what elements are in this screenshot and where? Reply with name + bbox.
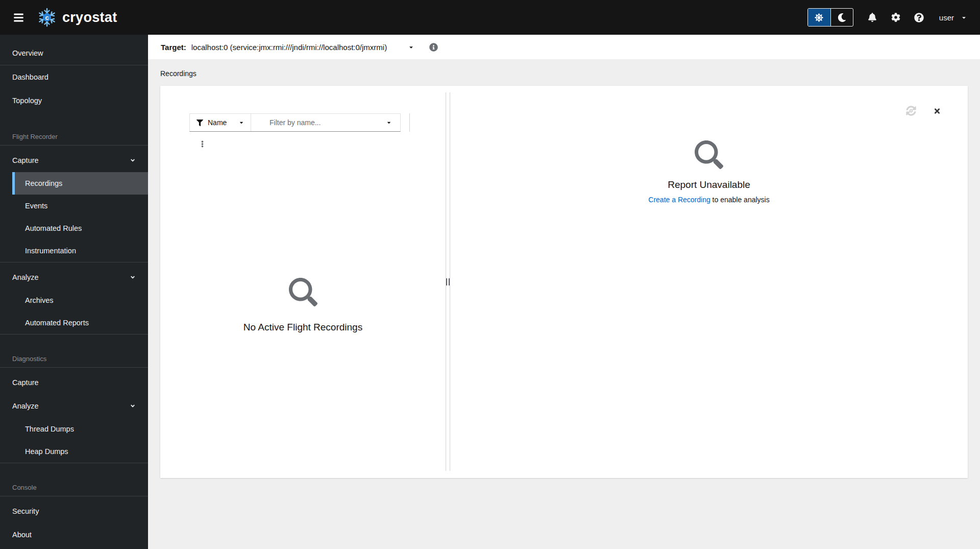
recordings-toolbar: Name (189, 113, 446, 132)
caret-down-icon (408, 44, 414, 50)
recordings-pane: Name (160, 92, 446, 471)
masthead-toolbar: user (807, 6, 967, 29)
report-empty-state: Report Unavailable Create a Recording to… (450, 140, 968, 204)
gear-icon (891, 13, 900, 22)
toolbar-kebab-button[interactable] (196, 137, 208, 151)
chevron-down-icon (130, 403, 136, 409)
nav-divider (0, 367, 148, 368)
bell-icon (868, 13, 877, 22)
chevron-down-icon (130, 157, 136, 163)
close-panel-button[interactable] (933, 106, 942, 116)
sidebar-item-label: Analyze (12, 273, 39, 281)
kebab-icon (201, 139, 204, 149)
nav-divider (0, 262, 148, 262)
nav-divider (0, 463, 148, 463)
sidebar-item-events[interactable]: Events (12, 195, 148, 217)
sun-icon (815, 13, 823, 22)
light-theme-button[interactable] (808, 9, 830, 26)
sidebar-item-capture-diagnostics[interactable]: Capture (0, 371, 148, 394)
snowflake-logo-icon: c (37, 7, 57, 28)
nav-divider (0, 145, 148, 146)
brand-logo[interactable]: c cryostat (37, 7, 117, 28)
nav-divider (0, 496, 148, 496)
create-recording-link[interactable]: Create a Recording (648, 196, 710, 204)
report-empty-subtitle: Create a Recording to enable analysis (648, 196, 769, 204)
question-circle-icon (914, 13, 924, 22)
notifications-button[interactable] (861, 6, 884, 29)
target-info-button[interactable] (429, 43, 438, 52)
sidebar-item-archives[interactable]: Archives (12, 289, 148, 312)
sidebar-item-capture[interactable]: Capture (0, 149, 148, 172)
sidebar-section-console: Console (0, 479, 148, 496)
close-icon (934, 107, 941, 115)
sidebar-item-analyze[interactable]: Analyze (0, 266, 148, 289)
filter-typeahead-toggle[interactable] (383, 119, 400, 127)
sidebar-item-automated-rules[interactable]: Automated Rules (12, 217, 148, 240)
sidebar-item-about[interactable]: About (0, 523, 148, 546)
dark-theme-button[interactable] (830, 9, 853, 26)
caret-down-icon (386, 120, 391, 125)
sidebar-item-security[interactable]: Security (0, 499, 148, 523)
svg-text:c: c (45, 14, 48, 21)
sidebar-section-flight-recorder: Flight Recorder (0, 128, 148, 145)
toolbar-divider (409, 113, 410, 132)
report-panel-actions (450, 105, 942, 117)
report-panel: Report Unavailable Create a Recording to… (450, 92, 968, 471)
filter-funnel-icon (197, 120, 203, 126)
hamburger-icon (13, 12, 24, 23)
nav-divider (0, 334, 148, 335)
recordings-empty-title: No Active Flight Recordings (243, 322, 362, 333)
moon-icon (838, 13, 846, 22)
caret-down-icon (961, 15, 967, 20)
sidebar-item-automated-reports[interactable]: Automated Reports (12, 312, 148, 334)
masthead: c cryostat user (0, 0, 980, 35)
breadcrumb: Recordings (160, 69, 968, 79)
refresh-report-button[interactable] (905, 105, 917, 117)
theme-toggle-group (807, 8, 853, 27)
sidebar-item-topology[interactable]: Topology (0, 89, 148, 112)
splitter-grip-icon (446, 278, 450, 285)
refresh-gear-icon (906, 106, 916, 116)
filter-group: Name (189, 113, 401, 132)
main-content: Recordings Name (148, 59, 980, 549)
sidebar-item-dashboard[interactable]: Dashboard (0, 65, 148, 89)
chevron-down-icon (130, 274, 136, 280)
target-bar: Target: localhost:0 (service:jmx:rmi:///… (148, 35, 980, 59)
target-label: Target: (161, 43, 186, 52)
sidebar-nav: Overview Dashboard Topology Flight Recor… (0, 35, 148, 549)
user-name: user (939, 13, 954, 22)
breadcrumb-current: Recordings (160, 69, 197, 78)
report-empty-title: Report Unavailable (668, 179, 750, 190)
target-select[interactable]: localhost:0 (service:jmx:rmi:///jndi/rmi… (191, 43, 414, 52)
sidebar-item-label: Capture (12, 156, 39, 164)
sidebar-item-analyze-diagnostics[interactable]: Analyze (0, 394, 148, 418)
drawer-splitter[interactable] (446, 92, 450, 471)
filter-by-name-input[interactable] (251, 118, 383, 127)
filter-typeahead (251, 114, 400, 131)
search-icon (695, 140, 723, 169)
nav-toggle-button[interactable] (7, 6, 30, 29)
info-circle-icon (429, 43, 438, 52)
target-value: localhost:0 (service:jmx:rmi:///jndi/rmi… (191, 43, 387, 52)
sidebar-item-heap-dumps[interactable]: Heap Dumps (12, 440, 148, 463)
sidebar-section-diagnostics: Diagnostics (0, 350, 148, 367)
sidebar-item-recordings[interactable]: Recordings (12, 172, 148, 195)
help-button[interactable] (908, 6, 931, 29)
filter-category-select[interactable]: Name (190, 114, 251, 131)
caret-down-icon (239, 120, 244, 125)
search-icon (289, 278, 317, 306)
filter-category-label: Name (208, 118, 227, 127)
recordings-card: Name (160, 86, 968, 478)
settings-button[interactable] (884, 6, 908, 29)
sidebar-item-overview[interactable]: Overview (0, 41, 148, 65)
report-empty-suffix: to enable analysis (713, 196, 770, 204)
sidebar-item-thread-dumps[interactable]: Thread Dumps (12, 418, 148, 440)
sidebar-item-label: Analyze (12, 402, 39, 410)
brand-name: cryostat (62, 10, 117, 26)
sidebar-item-instrumentation[interactable]: Instrumentation (12, 240, 148, 262)
user-menu[interactable]: user (939, 13, 967, 22)
app-window: c cryostat user (0, 0, 980, 549)
recordings-empty-state: No Active Flight Recordings (160, 151, 446, 460)
